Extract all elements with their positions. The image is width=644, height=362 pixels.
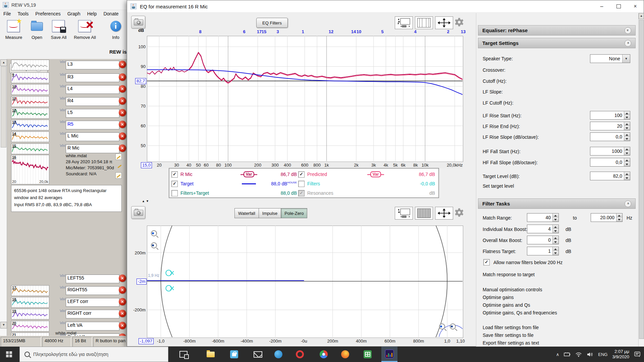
filter-number[interactable]: 15 (262, 29, 266, 34)
filter-number[interactable]: 5 (381, 29, 383, 34)
app-firefox[interactable] (337, 347, 353, 362)
speaker-icon[interactable] (587, 352, 593, 357)
app-rew[interactable] (381, 347, 397, 362)
menu-tools[interactable]: Tools (14, 11, 32, 16)
legend-entry[interactable]: ✓Target88,0 dBHOUSE (171, 179, 298, 188)
lf-rise-end-spinner[interactable]: 20 (590, 122, 630, 130)
wifi-icon[interactable] (575, 352, 582, 357)
panel-scroll-up[interactable]: ▲ (639, 13, 644, 19)
edit-notes-icon[interactable] (115, 154, 122, 160)
measurement-thumbnail[interactable]: 9 (11, 72, 49, 83)
target-level-spinner[interactable]: 82,0 (590, 172, 630, 180)
measurement-row[interactable]: 14L Mic× (9, 131, 127, 143)
taskbar-search[interactable]: Πληκτρολογήστε εδώ για αναζήτηση (19, 347, 168, 362)
delete-measurement-button[interactable]: × (119, 144, 126, 152)
export-filter-settings-link[interactable]: Export filter settings as text (483, 340, 539, 346)
flatness-target-spinner[interactable]: 1 (527, 247, 559, 255)
legend-entry[interactable]: ✓R MicVar86,7 dB (171, 170, 298, 179)
legend-entry[interactable]: ✓PredictedVar86,7 dB (298, 170, 436, 179)
equaliser-header[interactable]: Equaliser: rePhase » (478, 25, 636, 36)
measurement-thumbnail[interactable]: 14 (11, 131, 49, 142)
measurement-thumbnail[interactable]: 18 (11, 297, 49, 308)
measurement-thumbnail[interactable]: 20 (11, 321, 49, 331)
measurement-thumbnail[interactable] (11, 60, 49, 70)
pencil-icon[interactable] (117, 163, 122, 169)
save-filter-settings-link[interactable]: Save filter settings to file (483, 333, 534, 338)
capture-graph-button[interactable] (131, 16, 145, 28)
divider-down-icon[interactable]: ▼ (146, 199, 149, 203)
graph-settings-button-2[interactable] (454, 207, 464, 218)
filter-number[interactable]: 4 (414, 29, 416, 34)
frequency-axis-button-2[interactable] (415, 207, 433, 220)
panel-scroll-thumb[interactable] (639, 20, 644, 339)
delete-measurement-button[interactable]: × (119, 97, 126, 105)
language-indicator[interactable]: ENG (598, 352, 607, 357)
toolbar-info[interactable]: Info (107, 19, 124, 40)
individual-max-boost-spinner[interactable]: 4 (527, 225, 559, 233)
optimise-gains-link[interactable]: Optimise gains (483, 295, 514, 300)
measurement-row[interactable]: 19RIGHT corr× (9, 309, 127, 320)
hf-fall-slope-spinner[interactable]: 0,0 (590, 158, 630, 167)
legend-checkbox[interactable] (298, 181, 305, 187)
delete-measurement-button[interactable]: × (119, 109, 126, 116)
allow-narrow-checkbox[interactable]: ✓ (483, 259, 490, 265)
toolbar-removeall[interactable]: Remove All (71, 19, 99, 40)
measurement-row[interactable]: 10L4× (9, 84, 127, 96)
divider-up-icon[interactable]: ▲ (142, 199, 145, 203)
tab-impulse[interactable]: Impulse (259, 208, 281, 218)
menu-preferences[interactable]: Preferences (32, 11, 64, 16)
delete-measurement-button[interactable]: × (119, 298, 126, 305)
pan-zoom-button[interactable] (435, 16, 453, 29)
tray-chevron-icon[interactable]: ∧ (556, 352, 559, 357)
delete-measurement-button[interactable]: × (119, 73, 126, 81)
legend-checkbox[interactable]: ✓ (298, 190, 305, 196)
measurement-thumbnail[interactable]: 21 (11, 333, 49, 336)
measurement-thumbnail[interactable]: 11 (11, 96, 49, 107)
battery-icon[interactable] (564, 352, 571, 357)
filter-number[interactable]: 6 (243, 29, 245, 34)
measurement-thumbnail[interactable]: 15 (11, 143, 49, 154)
overall-max-boost-spinner[interactable]: 0 (527, 236, 559, 244)
measurement-row[interactable]: 18LEFT corr× (9, 297, 127, 308)
speaker-type-select[interactable]: None ▼ (590, 54, 630, 63)
tab-pole-zero[interactable]: Pole-Zero (281, 208, 307, 218)
match-range-from-spinner[interactable]: 40 (527, 213, 559, 222)
filter-number[interactable]: 12 (329, 29, 333, 34)
eq-filters-button[interactable]: EQ Filters (256, 18, 288, 28)
measurement-name-input[interactable]: L Mic (66, 132, 119, 141)
measurement-name-input[interactable]: L5 (66, 109, 119, 118)
app-store[interactable] (226, 347, 242, 362)
match-range-to-spinner[interactable]: 20.000 (591, 213, 623, 222)
delete-measurement-button[interactable]: × (119, 334, 126, 336)
capture-graph-button-2[interactable] (131, 206, 145, 219)
measurement-notes[interactable]: 65536-point 1/48 octave RTA using Rectan… (11, 185, 122, 212)
measurement-row[interactable]: 13R5× (9, 120, 127, 131)
filter-number[interactable]: 17 (257, 29, 262, 34)
close-button[interactable]: × (627, 0, 644, 12)
filter-number[interactable]: 13 (461, 29, 466, 34)
optimise-gains-qs-link[interactable]: Optimise gains and Qs (483, 302, 530, 308)
manual-optimisation-link[interactable]: Manual optimisation controls (483, 287, 542, 292)
dropdown-arrow-icon[interactable]: ▼ (622, 55, 630, 63)
measurement-thumbnail[interactable]: 17 (11, 285, 49, 296)
maximize-button[interactable] (610, 0, 627, 12)
measurement-row[interactable]: 9R3× (9, 72, 127, 84)
legend-checkbox[interactable]: ✓ (171, 171, 178, 178)
taskbar-clock[interactable]: 2:07 μμ 3/9/2020 (612, 349, 629, 360)
measurement-name-input[interactable]: Left VA (66, 322, 119, 330)
app-mail[interactable] (250, 347, 266, 362)
delete-measurement-button[interactable]: × (119, 310, 126, 317)
measurement-row[interactable]: 11R4× (9, 96, 127, 108)
lf-rise-start-spinner[interactable]: 100 (590, 111, 630, 120)
app-edge[interactable] (270, 347, 286, 362)
measurement-name-input[interactable]: LEFT55 (66, 275, 119, 283)
selected-measurement-thumbnail[interactable]: 16 20 20,0k (11, 155, 49, 184)
menu-graph[interactable]: Graph (64, 11, 84, 16)
delete-measurement-button[interactable]: × (119, 85, 126, 93)
load-filter-settings-link[interactable]: Load filter settings from file (483, 325, 539, 330)
measurement-name-input[interactable]: RIGHT corr (66, 310, 119, 318)
minimize-button[interactable]: – (593, 0, 610, 12)
legend-checkbox[interactable]: ✓ (298, 171, 305, 178)
menu-help[interactable]: Help (84, 11, 100, 16)
measurement-name-input[interactable]: R4 (66, 97, 119, 106)
